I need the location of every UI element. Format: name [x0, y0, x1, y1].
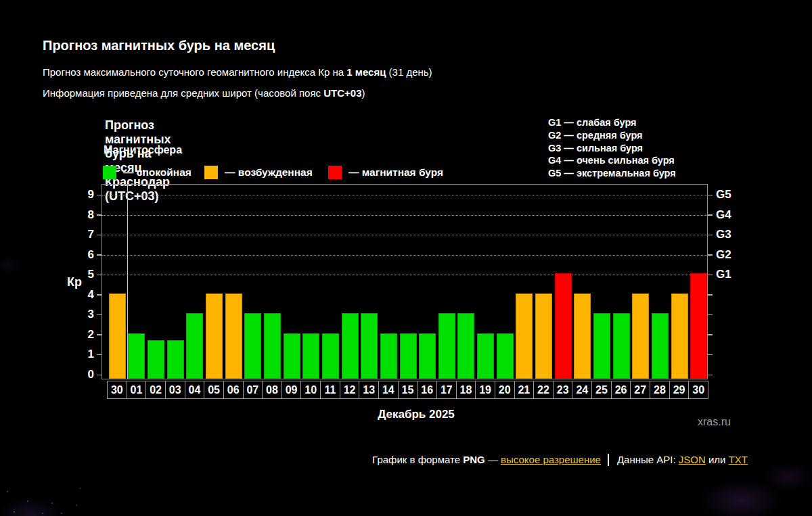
y-tick-3	[97, 314, 102, 316]
legend-swatch-storm-icon	[328, 166, 342, 179]
y-tick-right-0	[708, 375, 713, 376]
g-scale-legend-line-3: G3 — сильная буря	[548, 142, 676, 155]
g-label-G3: G3	[716, 228, 731, 241]
x-label-day-20: 20	[495, 381, 515, 399]
bar-day-27	[632, 294, 649, 379]
bar-day-17	[438, 313, 455, 379]
g-label-G5: G5	[716, 188, 731, 202]
x-label-day-17: 17	[436, 381, 457, 399]
x-label-day-13: 13	[359, 381, 379, 399]
bar-day-28	[652, 313, 669, 379]
bar-day-16	[419, 333, 436, 379]
bar-day-05	[206, 294, 223, 379]
gridline-kp-5	[102, 275, 707, 275]
legend-label-quiet: — спокойная	[123, 166, 191, 179]
x-label-day-27: 27	[630, 381, 650, 399]
bar-day-07	[244, 313, 261, 379]
y-tick-right-4	[708, 294, 713, 296]
subtitle-suffix: (31 день)	[386, 66, 432, 78]
y-tick-right-6	[708, 254, 713, 256]
x-label-day-15: 15	[398, 381, 418, 399]
bar-day-10	[302, 333, 319, 379]
gridline-kp-7	[102, 235, 707, 235]
subtitle-text: Прогноз максимального суточного геомагни…	[43, 66, 346, 78]
x-label-day-24: 24	[572, 381, 592, 399]
bar-day-29	[671, 294, 688, 379]
bar-day-03	[167, 340, 184, 379]
x-label-day-04: 04	[185, 381, 205, 399]
info-suffix: )	[361, 87, 365, 99]
info-text: Информация приведена для средних широт (…	[43, 87, 323, 99]
x-label-day-07: 07	[243, 381, 263, 399]
g-label-G1: G1	[716, 268, 731, 281]
bar-day-02	[148, 340, 164, 379]
bar-day-21	[516, 294, 533, 379]
x-label-day-23: 23	[553, 381, 573, 399]
x-label-day-16: 16	[417, 381, 437, 399]
bar-day-11	[322, 333, 339, 379]
x-label-day-08: 08	[262, 381, 282, 399]
footer-format-text: График в формате	[372, 454, 463, 465]
bar-day-20	[497, 333, 514, 379]
y-tick-7	[97, 235, 102, 236]
g-label-G2: G2	[716, 248, 731, 262]
legend-swatch-excited-icon	[204, 166, 218, 179]
bar-day-14	[380, 333, 397, 379]
bar-day-01	[128, 333, 145, 379]
y-tick-1	[97, 354, 102, 356]
page-title: Прогноз магнитных бурь на месяц	[43, 38, 275, 53]
x-label-day-29: 29	[669, 381, 690, 399]
bar-day-15	[400, 333, 417, 379]
x-label-day-02: 02	[145, 381, 166, 399]
bar-day-06	[225, 294, 242, 379]
txt-link[interactable]: TXT	[729, 454, 748, 465]
x-label-day-09: 09	[281, 381, 302, 399]
g-scale-legend-line-2: G2 — средняя буря	[548, 129, 676, 142]
gridline-kp-8	[102, 215, 707, 216]
bar-day-08	[264, 313, 281, 379]
g-label-G4: G4	[716, 208, 731, 222]
y-tick-right-8	[708, 214, 713, 216]
plot-area: 0123456789G1G2G3G4G5	[102, 184, 708, 379]
x-label-day-01: 01	[127, 381, 147, 399]
y-tick-label-5: 5	[74, 268, 94, 281]
footer: График в формате PNG — высокое разрешени…	[0, 454, 748, 465]
bar-day-24	[574, 294, 591, 379]
subtitle-bold: 1 месяц	[346, 66, 386, 78]
hires-link[interactable]: высокое разрешение	[501, 454, 601, 465]
x-label-day-03: 03	[165, 381, 185, 399]
bar-day-13	[361, 313, 378, 379]
bar-day-19	[477, 333, 494, 379]
y-tick-2	[97, 334, 102, 335]
y-tick-label-8: 8	[74, 208, 94, 222]
y-tick-right-1	[708, 354, 713, 356]
x-label-day-19: 19	[475, 381, 495, 399]
x-label-day-25: 25	[591, 381, 612, 399]
x-label-day-28: 28	[650, 381, 670, 399]
legend-item-storm: — магнитная буря	[328, 166, 443, 179]
footer-format-bold: PNG	[463, 454, 485, 465]
x-label-day-21: 21	[514, 381, 535, 399]
legend-swatch-quiet-icon	[103, 166, 116, 179]
json-link[interactable]: JSON	[679, 454, 706, 465]
y-tick-label-6: 6	[74, 248, 94, 262]
x-label-day-10: 10	[300, 381, 321, 399]
y-tick-right-5	[708, 275, 713, 276]
y-tick-8	[97, 214, 102, 216]
legend-item-quiet: — спокойная	[103, 166, 191, 179]
bar-day-18	[457, 313, 474, 379]
x-label-day-14: 14	[378, 381, 399, 399]
legend-label-storm: — магнитная буря	[348, 166, 443, 179]
y-tick-6	[97, 254, 102, 256]
x-label-day-12: 12	[340, 381, 360, 399]
x-label-day-18: 18	[456, 381, 476, 399]
bar-day-09	[284, 333, 300, 379]
x-label-day-06: 06	[223, 381, 244, 399]
y-tick-label-9: 9	[74, 188, 94, 202]
bar-day-26	[613, 313, 630, 379]
x-label-day-26: 26	[611, 381, 631, 399]
bar-day-30	[109, 294, 126, 379]
y-tick-right-7	[708, 235, 713, 236]
g-scale-legend-line-1: G1 — слабая буря	[548, 116, 676, 129]
x-label-day-05: 05	[204, 381, 224, 399]
